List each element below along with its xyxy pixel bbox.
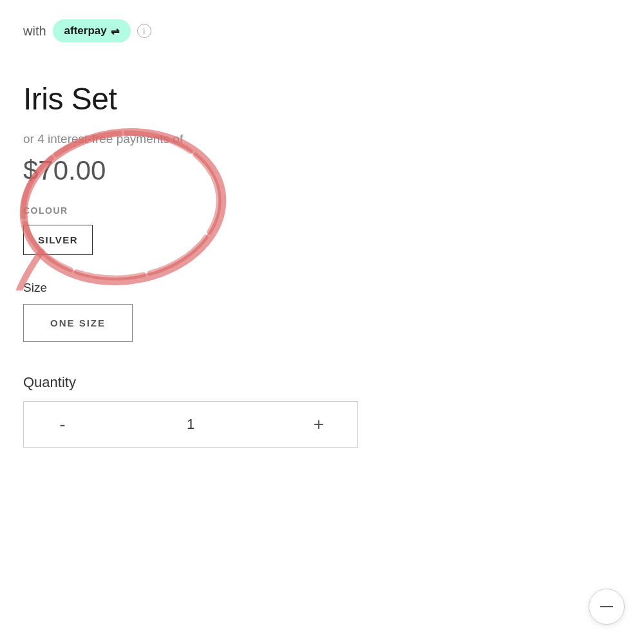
afterpay-row: with afterpay ⇌ i bbox=[23, 19, 621, 43]
quantity-value: 1 bbox=[101, 416, 280, 433]
size-option-one-size[interactable]: ONE SIZE bbox=[23, 304, 133, 342]
floating-button-icon bbox=[600, 606, 613, 607]
quantity-decrease-button[interactable]: - bbox=[24, 402, 101, 447]
product-price: $70.00 bbox=[23, 155, 106, 185]
quantity-label: Quantity bbox=[23, 374, 621, 391]
quantity-section: Quantity - 1 + bbox=[23, 374, 621, 448]
colour-section: COLOUR SILVER bbox=[23, 205, 621, 255]
afterpay-prefix: with bbox=[23, 24, 46, 39]
afterpay-info-icon[interactable]: i bbox=[137, 24, 151, 38]
colour-options: SILVER bbox=[23, 225, 621, 255]
colour-option-silver[interactable]: SILVER bbox=[23, 225, 93, 255]
colour-label: COLOUR bbox=[23, 205, 621, 216]
afterpay-arrow-icon: ⇌ bbox=[111, 25, 119, 37]
product-title: Iris Set bbox=[23, 81, 621, 117]
price-area: $70.00 bbox=[23, 155, 106, 186]
quantity-control: - 1 + bbox=[23, 401, 358, 448]
afterpay-badge[interactable]: afterpay ⇌ bbox=[53, 19, 131, 43]
size-section: Size ONE SIZE bbox=[23, 281, 621, 342]
size-options: ONE SIZE bbox=[23, 304, 621, 342]
payments-text: or 4 interest-free payments of bbox=[23, 132, 621, 146]
size-label: Size bbox=[23, 281, 621, 295]
quantity-increase-button[interactable]: + bbox=[280, 402, 357, 447]
floating-action-button[interactable] bbox=[589, 589, 625, 625]
afterpay-logo: afterpay bbox=[64, 24, 107, 37]
